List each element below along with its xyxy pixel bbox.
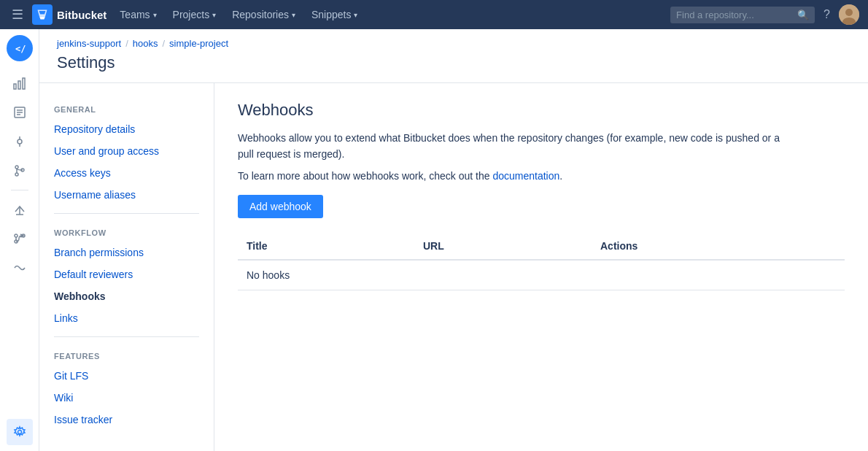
- repositories-caret-icon: ▾: [292, 11, 295, 19]
- page-header: jenkins-support / hooks / simple-project…: [39, 29, 868, 83]
- svg-point-24: [18, 431, 21, 434]
- help-icon[interactable]: ?: [821, 5, 833, 24]
- logo-icon: [32, 4, 53, 25]
- topnav: ☰ Bitbucket Teams ▾ Projects ▾ Repositor…: [0, 0, 868, 29]
- nav-issue-tracker[interactable]: Issue tracker: [39, 409, 214, 431]
- nav-wiki[interactable]: Wiki: [39, 387, 214, 409]
- pullrequests-sidebar-icon[interactable]: [7, 226, 33, 252]
- webhooks-table: Title URL Actions No hooks: [238, 233, 845, 290]
- breadcrumb-jenkins-support[interactable]: jenkins-support: [57, 38, 121, 49]
- add-webhook-button[interactable]: Add webhook: [238, 195, 323, 218]
- nav-teams[interactable]: Teams ▾: [112, 6, 163, 23]
- nav-repo-details[interactable]: Repository details: [39, 118, 214, 140]
- svg-rect-6: [23, 78, 25, 89]
- search-box[interactable]: 🔍: [670, 7, 815, 23]
- hamburger-menu[interactable]: ☰: [9, 4, 26, 26]
- svg-point-15: [15, 173, 18, 176]
- topnav-right: 🔍 ?: [670, 4, 859, 25]
- nav-repositories[interactable]: Repositories ▾: [225, 6, 303, 23]
- svg-point-20: [15, 234, 18, 237]
- table-row-empty: No hooks: [238, 260, 845, 290]
- breadcrumb-sep-1: /: [125, 38, 128, 49]
- logo-text: Bitbucket: [57, 9, 106, 21]
- general-section-label: GENERAL: [39, 98, 214, 118]
- projects-caret-icon: ▾: [212, 11, 216, 19]
- page-title: Settings: [57, 53, 850, 72]
- breadcrumb-simple-project[interactable]: simple-project: [169, 38, 228, 49]
- breadcrumb-hooks[interactable]: hooks: [133, 38, 158, 49]
- snippets-caret-icon: ▾: [354, 11, 357, 19]
- breadcrumb-sep-2: /: [162, 38, 165, 49]
- workflow-section-label: WORKFLOW: [39, 221, 214, 242]
- nav-links[interactable]: Links: [39, 307, 214, 329]
- pipelines-sidebar-icon[interactable]: [7, 255, 33, 281]
- webhooks-title: Webhooks: [238, 101, 845, 120]
- sidebar-divider-1: [54, 213, 199, 214]
- teams-caret-icon: ▾: [153, 11, 157, 19]
- settings-sidebar: GENERAL Repository details User and grou…: [39, 83, 214, 451]
- no-hooks-message: No hooks: [238, 260, 845, 290]
- avatar[interactable]: [839, 4, 859, 25]
- nav-snippets[interactable]: Snippets ▾: [304, 6, 365, 23]
- main-content: jenkins-support / hooks / simple-project…: [39, 29, 868, 451]
- svg-rect-4: [14, 84, 16, 89]
- table-header-url: URL: [414, 233, 592, 260]
- table-header-actions: Actions: [592, 233, 845, 260]
- webhooks-content: Webhooks Webhooks allow you to extend wh…: [214, 83, 868, 451]
- svg-text:</>: </>: [15, 44, 26, 54]
- nav-branch-permissions[interactable]: Branch permissions: [39, 242, 214, 263]
- topnav-nav: Teams ▾ Projects ▾ Repositories ▾ Snippe…: [112, 6, 365, 23]
- branches-sidebar-icon[interactable]: [7, 158, 33, 184]
- sidebar-divider-2: [54, 336, 199, 337]
- analytics-sidebar-icon[interactable]: [7, 70, 33, 96]
- nav-username-aliases[interactable]: Username aliases: [39, 184, 214, 206]
- push-sidebar-icon[interactable]: [7, 196, 33, 223]
- breadcrumb: jenkins-support / hooks / simple-project: [57, 38, 850, 49]
- settings-sidebar-icon[interactable]: [7, 419, 33, 445]
- documentation-link[interactable]: documentation: [492, 170, 559, 182]
- sidebar-divider: [11, 190, 28, 190]
- nav-webhooks[interactable]: Webhooks: [39, 285, 214, 307]
- nav-projects[interactable]: Projects ▾: [166, 6, 224, 23]
- svg-point-14: [15, 166, 18, 169]
- content-area: GENERAL Repository details User and grou…: [39, 83, 868, 451]
- svg-point-1: [845, 9, 853, 16]
- logo[interactable]: Bitbucket: [32, 4, 106, 25]
- search-input[interactable]: [676, 9, 793, 20]
- svg-rect-5: [18, 81, 20, 89]
- table-header-title: Title: [238, 233, 414, 260]
- icon-sidebar: </>: [0, 29, 39, 451]
- search-icon: 🔍: [797, 9, 809, 20]
- nav-default-reviewers[interactable]: Default reviewers: [39, 263, 214, 285]
- repo-avatar[interactable]: </>: [7, 35, 33, 61]
- nav-user-group-access[interactable]: User and group access: [39, 140, 214, 162]
- webhooks-description: Webhooks allow you to extend what Bitbuc…: [238, 130, 792, 163]
- features-section-label: FEATURES: [39, 344, 214, 365]
- nav-git-lfs[interactable]: Git LFS: [39, 365, 214, 387]
- source-sidebar-icon[interactable]: [7, 99, 33, 126]
- svg-point-11: [18, 139, 22, 144]
- webhooks-learn-more: To learn more about how webhooks work, c…: [238, 170, 845, 182]
- commits-sidebar-icon[interactable]: [7, 128, 33, 155]
- nav-access-keys[interactable]: Access keys: [39, 162, 214, 184]
